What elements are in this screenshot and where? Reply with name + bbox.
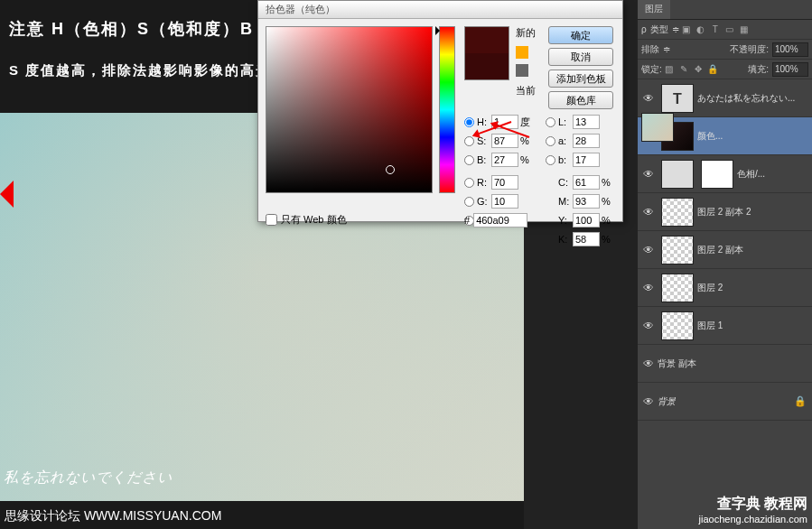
lock-icon: 🔒 (794, 395, 807, 407)
visibility-icon[interactable]: 👁 (639, 320, 658, 332)
color-preview (464, 26, 509, 80)
layers-list: 👁 T あなたは私を忘れない... 👁 颜色... 👁 色相/... 👁 图层 … (638, 79, 812, 421)
layer-mask-thumb[interactable] (701, 160, 733, 189)
layer-item[interactable]: 👁 图层 2 (638, 269, 812, 307)
opacity-input[interactable] (772, 42, 808, 57)
l-input[interactable] (573, 115, 600, 129)
layer-item[interactable]: 👁 图层 1 (638, 307, 812, 345)
lab-b-input[interactable] (573, 153, 600, 167)
layer-item[interactable]: 👁 T あなたは私を忘れない... (638, 79, 812, 117)
hex-input[interactable] (473, 213, 527, 227)
filter-text-icon[interactable]: T (708, 23, 723, 37)
h-radio[interactable] (464, 117, 474, 127)
lock-paint-icon[interactable]: ✎ (677, 62, 691, 77)
layer-mask-thumb[interactable] (661, 274, 694, 302)
layer-thumb[interactable]: T (661, 84, 694, 113)
layer-item[interactable]: 👁 背景 副本 (638, 345, 812, 383)
k-input[interactable] (573, 232, 600, 246)
visibility-icon[interactable]: 👁 (639, 282, 658, 294)
lock-move-icon[interactable]: ✥ (691, 62, 705, 77)
visibility-icon[interactable]: 👁 (639, 395, 658, 408)
filter-shape-icon[interactable]: ▭ (723, 23, 737, 37)
annotation-arrow-left (0, 181, 14, 208)
forum-watermark: 思缘设计论坛 WWW.MISSYUAN.COM (5, 508, 221, 524)
layer-thumb[interactable] (661, 160, 694, 189)
y-input[interactable] (573, 213, 600, 227)
web-only-checkbox[interactable] (266, 214, 277, 226)
m-input[interactable] (573, 194, 600, 209)
color-marker[interactable] (386, 165, 395, 174)
hue-slider[interactable] (439, 26, 455, 193)
layer-item[interactable]: 👁 图层 2 副本 (638, 231, 812, 269)
layer-thumb[interactable] (641, 113, 674, 142)
blend-mode-select[interactable]: 排除 (641, 43, 659, 56)
color-picker-dialog: 拾色器（纯色） 新的 当前 确定 取消 添加到色板 颜色库 H:度 S:% B:… (257, 0, 623, 222)
kind-label: ρ (641, 24, 647, 34)
filter-adjust-icon[interactable]: ◐ (694, 23, 708, 37)
gamut-warning-icon[interactable] (516, 46, 528, 59)
a-input[interactable] (573, 134, 600, 148)
layer-item[interactable]: 👁 图层 2 副本 2 (638, 193, 812, 231)
layers-tab[interactable]: 图层 (638, 0, 670, 19)
r-radio[interactable] (464, 178, 474, 188)
visibility-icon[interactable]: 👁 (639, 168, 658, 181)
filter-smart-icon[interactable]: ▦ (737, 23, 751, 37)
layer-item[interactable]: 👁 色相/... (638, 155, 812, 193)
color-field[interactable] (266, 26, 433, 193)
label-new: 新的 (516, 26, 536, 40)
fill-input[interactable] (772, 62, 808, 77)
g-radio[interactable] (464, 197, 474, 207)
color-preview-current[interactable] (465, 53, 509, 79)
visibility-icon[interactable]: 👁 (639, 206, 658, 218)
r-input[interactable] (491, 175, 518, 190)
add-swatch-button[interactable]: 添加到色板 (548, 70, 613, 88)
site-watermark: 查字典 教程网 jiaocheng.chazidian.com (699, 495, 807, 524)
layers-panel: 图层 ρ 类型 ≑ ▣ ◐ T ▭ ▦ 排除 ≑ 不透明度: 锁定: ▨ ✎ ✥… (638, 0, 812, 529)
lock-trans-icon[interactable]: ▨ (662, 62, 677, 77)
c-input[interactable] (573, 175, 600, 190)
lab-b-radio[interactable] (546, 155, 555, 165)
layer-mask-thumb[interactable] (661, 236, 694, 264)
websafe-warning-icon[interactable] (516, 64, 528, 77)
b-radio[interactable] (464, 155, 474, 165)
l-radio[interactable] (546, 117, 555, 127)
japanese-overlay-text: 私を忘れないでください (0, 465, 176, 491)
g-input[interactable] (491, 194, 518, 209)
ok-button[interactable]: 确定 (548, 26, 613, 44)
b-input[interactable] (491, 153, 518, 167)
visibility-icon[interactable]: 👁 (639, 357, 658, 370)
a-radio[interactable] (546, 136, 555, 146)
label-current: 当前 (516, 84, 536, 97)
visibility-icon[interactable]: 👁 (639, 244, 658, 256)
layer-mask-thumb[interactable] (661, 311, 694, 340)
layer-mask-thumb[interactable] (661, 198, 694, 227)
hue-slider-thumb[interactable] (435, 26, 440, 35)
cancel-button[interactable]: 取消 (548, 48, 613, 66)
layer-item[interactable]: 👁 背景 🔒 (638, 383, 812, 421)
dialog-title[interactable]: 拾色器（纯色） (258, 1, 622, 19)
color-lib-button[interactable]: 颜色库 (548, 91, 613, 109)
lock-all-icon[interactable]: 🔒 (705, 62, 720, 77)
filter-image-icon[interactable]: ▣ (679, 23, 694, 37)
visibility-icon[interactable]: 👁 (639, 92, 658, 105)
s-input[interactable] (491, 134, 518, 148)
color-preview-new (465, 27, 509, 53)
